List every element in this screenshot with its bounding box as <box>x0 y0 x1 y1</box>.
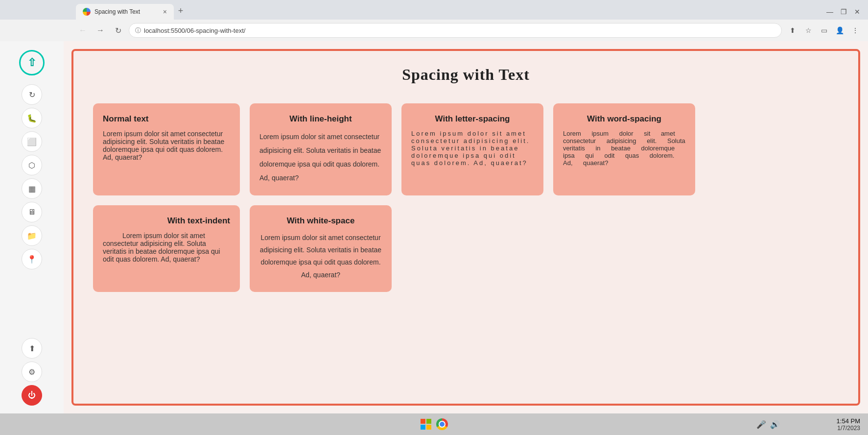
share-button[interactable]: ⬆ <box>786 24 799 37</box>
logo-icon: ⇧ <box>27 56 36 69</box>
taskbar: 🎤 🔊 1:54 PM 1/7/2023 <box>0 413 868 435</box>
window-close-button[interactable]: ✕ <box>850 5 864 19</box>
normal-text-card: Normal text Lorem ipsum dolor sit amet c… <box>93 103 240 195</box>
tab-title: Spacing with Text <box>94 8 159 15</box>
volume-icon: 🔊 <box>770 420 780 429</box>
sidebar-icon-settings[interactable]: ⚙ <box>22 362 42 382</box>
line-height-card: With line-height Lorem ipsum dolor sit a… <box>250 103 392 195</box>
win-logo-green <box>426 419 431 424</box>
white-space-card-body: Lorem ipsum dolor sit amet consectetur a… <box>259 232 382 281</box>
page-title: Spacing with Text <box>93 66 839 84</box>
browser-chrome: Spacing with Text × + — ❐ ✕ ← → ↻ ⓘ loca… <box>0 0 868 41</box>
window-minimize-button[interactable]: — <box>823 5 837 19</box>
refresh-button[interactable]: ↻ <box>111 24 125 37</box>
main-area: ⇧ ↻ 🐛 ⬜ ⬡ ▦ 🖥 📁 📍 ⬆ ⚙ ⏻ Spacing with Tex… <box>0 41 868 413</box>
windows-logo[interactable] <box>421 419 431 430</box>
tab-close-button[interactable]: × <box>163 8 167 16</box>
word-spacing-card: With word-spacing Lorem ipsum dolor sit … <box>553 103 695 195</box>
taskbar-time: 1:54 PM <box>837 417 860 425</box>
tab-favicon <box>83 8 91 16</box>
taskbar-icons <box>421 418 448 430</box>
letter-spacing-card-title: With letter-spacing <box>411 114 534 124</box>
chrome-logo[interactable] <box>436 418 448 430</box>
nav-actions: ⬆ ☆ ▭ 👤 ⋮ <box>786 24 862 37</box>
sidebar-icon-3d[interactable]: ⬡ <box>22 155 42 175</box>
win-logo-yellow <box>426 425 431 430</box>
sidebar-icon-copy[interactable]: ⬜ <box>22 131 42 152</box>
sidebar: ⇧ ↻ 🐛 ⬜ ⬡ ▦ 🖥 📁 📍 ⬆ ⚙ ⏻ <box>0 41 64 413</box>
text-indent-card: With text-indent Lorem ipsum dolor sit a… <box>93 205 240 292</box>
text-indent-card-body: Lorem ipsum dolor sit amet consectetur a… <box>103 232 230 263</box>
taskbar-date: 1/7/2023 <box>837 425 860 432</box>
sidebar-icon-upload[interactable]: ⬆ <box>22 338 42 359</box>
normal-text-card-body: Lorem ipsum dolor sit amet consectetur a… <box>103 130 230 161</box>
microphone-icon: 🎤 <box>756 420 766 429</box>
text-indent-card-title: With text-indent <box>103 216 230 226</box>
address-text: localhost:5500/06-spacing-with-text/ <box>144 27 775 34</box>
top-cards-row: Normal text Lorem ipsum dolor sit amet c… <box>93 103 839 195</box>
sidebar-icon-sync[interactable]: ↻ <box>22 84 42 105</box>
content-area: Spacing with Text Normal text Lorem ipsu… <box>64 41 868 413</box>
word-spacing-card-title: With word-spacing <box>563 114 685 124</box>
sidebar-icon-bug[interactable]: 🐛 <box>22 108 42 128</box>
window-maximize-button[interactable]: ❐ <box>837 5 850 19</box>
profile-button[interactable]: 👤 <box>833 24 846 37</box>
line-height-card-body: Lorem ipsum dolor sit amet consectetur a… <box>259 130 382 185</box>
back-button[interactable]: ← <box>76 24 90 37</box>
word-spacing-card-body: Lorem ipsum dolor sit amet consectetur a… <box>563 130 685 167</box>
sidebar-icon-monitor[interactable]: 🖥 <box>22 202 42 222</box>
win-logo-blue <box>421 425 425 430</box>
taskbar-clock: 1:54 PM 1/7/2023 <box>837 417 860 432</box>
white-space-card: With white-space Lorem ipsum dolor sit a… <box>250 205 392 292</box>
address-lock-icon: ⓘ <box>135 26 141 35</box>
sidebar-logo: ⇧ <box>18 49 46 76</box>
extension-button[interactable]: ▭ <box>817 24 831 37</box>
tab-bar: Spacing with Text × + — ❐ ✕ <box>0 0 868 20</box>
sidebar-icon-grid[interactable]: ▦ <box>22 178 42 199</box>
letter-spacing-card: With letter-spacing Lorem ipsum dolor si… <box>401 103 543 195</box>
forward-button[interactable]: → <box>94 24 107 37</box>
sidebar-icon-folder[interactable]: 📁 <box>22 225 42 246</box>
letter-spacing-card-body: Lorem ipsum dolor sit amet consectetur a… <box>411 130 534 167</box>
line-height-card-title: With line-height <box>259 114 382 124</box>
taskbar-system-icons: 🎤 🔊 <box>756 420 780 429</box>
normal-text-card-title: Normal text <box>103 114 230 124</box>
bookmark-button[interactable]: ☆ <box>801 24 815 37</box>
new-tab-button[interactable]: + <box>174 4 188 18</box>
page-container: Spacing with Text Normal text Lorem ipsu… <box>71 49 860 406</box>
nav-bar: ← → ↻ ⓘ localhost:5500/06-spacing-with-t… <box>0 20 868 41</box>
menu-button[interactable]: ⋮ <box>848 24 862 37</box>
bottom-cards-row: With text-indent Lorem ipsum dolor sit a… <box>93 205 839 292</box>
address-bar[interactable]: ⓘ localhost:5500/06-spacing-with-text/ <box>129 23 782 38</box>
white-space-card-title: With white-space <box>259 216 382 226</box>
sidebar-icon-location[interactable]: 📍 <box>22 249 42 269</box>
active-tab[interactable]: Spacing with Text × <box>76 4 174 20</box>
sidebar-icon-power[interactable]: ⏻ <box>22 385 42 406</box>
logo-circle: ⇧ <box>19 50 45 75</box>
win-logo-red <box>421 419 425 424</box>
